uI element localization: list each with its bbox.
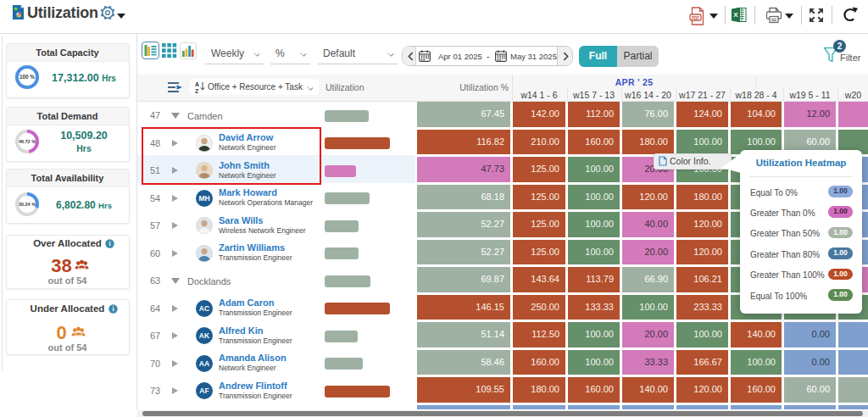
svg-text:100 %: 100 % [19, 74, 35, 80]
svg-text:Z: Z [195, 88, 199, 94]
svg-text:A: A [195, 81, 199, 87]
svg-text:X: X [733, 11, 738, 19]
svg-text:PDF: PDF [692, 16, 699, 20]
svg-text:i: i [108, 240, 110, 247]
svg-text:30.24 %: 30.24 % [19, 202, 36, 207]
svg-text:46.72 %: 46.72 % [19, 139, 36, 144]
svg-text:i: i [112, 305, 114, 313]
